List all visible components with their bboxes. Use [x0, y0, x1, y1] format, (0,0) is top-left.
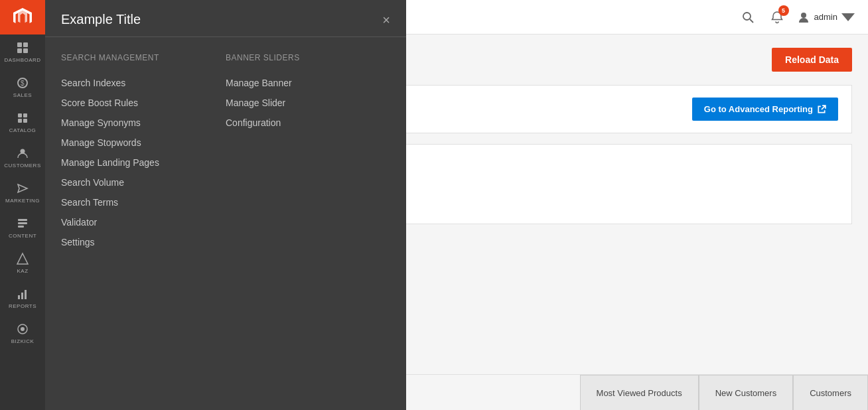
overlay-panel: Example Title × Search Management Search… [45, 0, 406, 410]
svg-rect-8 [18, 119, 22, 123]
customers-icon [16, 147, 29, 160]
svg-text:$: $ [21, 80, 25, 87]
svg-rect-13 [18, 222, 27, 224]
tab-most-viewed-label: Most Viewed Products [597, 388, 682, 398]
sales-icon: $ [16, 76, 29, 90]
sidebar-item-bizkick-label: BIZKICK [11, 338, 35, 344]
sidebar-item-catalog-label: CATALOG [9, 127, 36, 133]
menu-link-manage-slider[interactable]: Manage Slider [226, 93, 390, 113]
sidebar-item-customers-label: CUSTOMERS [4, 163, 40, 169]
overlay-body: Search Management Search Indexes Score B… [45, 37, 406, 410]
svg-point-21 [743, 13, 751, 20]
svg-rect-2 [17, 48, 22, 53]
svg-marker-11 [18, 184, 27, 192]
reload-data-button[interactable]: Reload Data [772, 48, 852, 72]
svg-rect-1 [23, 42, 28, 47]
sidebar-item-reports-label: REPORTS [9, 303, 36, 309]
sidebar-item-dashboard[interactable]: DASHBOARD [0, 34, 45, 70]
notifications-button[interactable]: 5 [768, 8, 786, 27]
menu-link-configuration[interactable]: Configuration [226, 113, 390, 133]
svg-rect-12 [18, 219, 27, 221]
sidebar-item-kaz-label: KAZ [17, 268, 28, 274]
admin-menu[interactable]: admin [797, 11, 855, 24]
sidebar: DASHBOARD $ SALES CATALOG CUSTOMERS MARK… [0, 0, 45, 410]
tab-new-customers-label: New Customers [715, 388, 776, 398]
svg-rect-17 [21, 293, 23, 299]
menu-link-manage-synonyms[interactable]: Manage Synonyms [61, 113, 226, 133]
menu-link-validator[interactable]: Validator [61, 212, 226, 232]
advanced-reporting-label: Go to Advanced Reporting [704, 104, 813, 114]
menu-col-search-management-title: Search Management [61, 53, 226, 62]
content-icon [16, 217, 29, 230]
svg-marker-15 [17, 253, 28, 264]
menu-col-banner-sliders-title: Banner Sliders [226, 53, 390, 62]
svg-rect-14 [18, 226, 24, 228]
tab-customers[interactable]: Customers [793, 375, 868, 410]
admin-name: admin [814, 12, 837, 22]
svg-rect-7 [23, 113, 27, 117]
search-icon [741, 11, 755, 24]
svg-rect-16 [18, 295, 20, 299]
svg-point-23 [801, 13, 806, 18]
sidebar-logo[interactable] [0, 0, 45, 34]
notification-badge: 5 [778, 5, 789, 16]
sidebar-item-dashboard-label: DASHBOARD [4, 57, 40, 63]
menu-link-manage-banner[interactable]: Manage Banner [226, 73, 390, 93]
sidebar-item-marketing[interactable]: MARKETING [0, 175, 45, 210]
svg-rect-18 [25, 290, 27, 299]
bizkick-icon [16, 322, 29, 336]
marketing-icon [16, 182, 29, 195]
menu-link-settings[interactable]: Settings [61, 232, 226, 252]
sidebar-item-marketing-label: MARKETING [5, 198, 40, 204]
sidebar-item-content[interactable]: CONTENT [0, 210, 45, 245]
sidebar-item-customers[interactable]: CUSTOMERS [0, 140, 45, 175]
overlay-title: Example Title [61, 12, 141, 27]
magento-logo-icon [12, 7, 33, 28]
sidebar-item-sales-label: SALES [13, 92, 32, 98]
svg-point-20 [21, 327, 25, 331]
svg-rect-9 [23, 119, 27, 123]
svg-rect-6 [18, 113, 22, 117]
svg-line-22 [750, 19, 753, 23]
overlay-header: Example Title × [45, 0, 406, 37]
sidebar-item-kaz[interactable]: KAZ [0, 245, 45, 281]
sidebar-item-bizkick[interactable]: BIZKICK [0, 316, 45, 351]
reports-icon [16, 287, 29, 301]
svg-rect-0 [17, 42, 22, 47]
sidebar-item-content-label: CONTENT [9, 233, 36, 239]
menu-link-search-terms[interactable]: Search Terms [61, 192, 226, 212]
advanced-reporting-button[interactable]: Go to Advanced Reporting [692, 98, 838, 121]
admin-avatar-icon [797, 11, 810, 24]
sidebar-item-sales[interactable]: $ SALES [0, 70, 45, 105]
sidebar-item-reports[interactable]: REPORTS [0, 281, 45, 316]
chevron-down-icon [841, 11, 855, 24]
menu-link-search-volume[interactable]: Search Volume [61, 172, 226, 192]
menu-link-manage-stopwords[interactable]: Manage Stopwords [61, 133, 226, 153]
svg-rect-3 [23, 48, 28, 53]
tab-new-customers[interactable]: New Customers [699, 375, 793, 410]
kaz-icon [16, 252, 29, 265]
catalog-icon [16, 111, 29, 125]
external-link-icon [817, 105, 826, 114]
overlay-close-button[interactable]: × [382, 13, 390, 27]
menu-column-search-management: Search Management Search Indexes Score B… [61, 53, 226, 397]
dashboard-icon [16, 41, 29, 54]
menu-link-search-indexes[interactable]: Search Indexes [61, 73, 226, 93]
menu-link-manage-landing-pages[interactable]: Manage Landing Pages [61, 153, 226, 172]
tab-customers-label: Customers [810, 388, 851, 398]
sidebar-item-catalog[interactable]: CATALOG [0, 105, 45, 140]
menu-link-score-boost-rules[interactable]: Score Boost Rules [61, 93, 226, 113]
search-button[interactable] [739, 8, 757, 27]
tab-most-viewed-products[interactable]: Most Viewed Products [580, 375, 699, 410]
menu-column-banner-sliders: Banner Sliders Manage Banner Manage Slid… [226, 53, 390, 397]
